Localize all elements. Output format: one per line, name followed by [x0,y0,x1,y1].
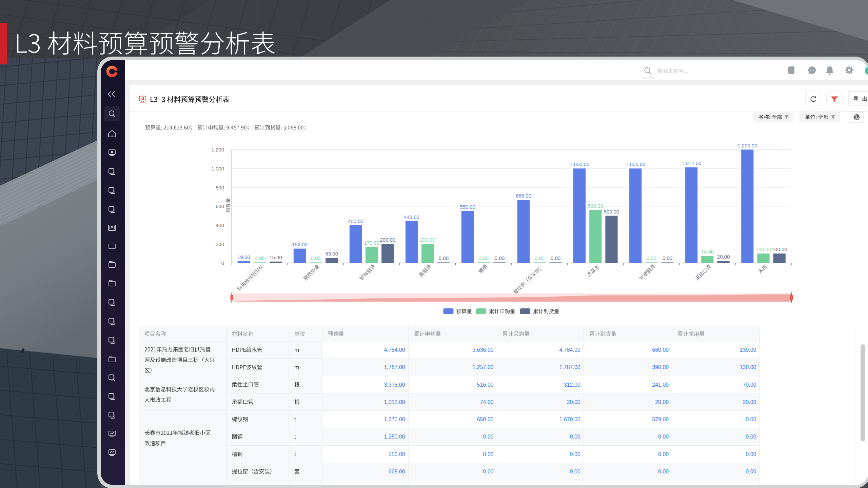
svg-text:15.00: 15.00 [269,255,282,260]
svg-text:1,000: 1,000 [211,166,224,171]
svg-text:130.00: 130.00 [740,364,756,370]
svg-text:1,200.00: 1,200.00 [737,143,757,148]
svg-text:1,012.00: 1,012.00 [682,160,701,166]
svg-text:1,670.00: 1,670.00 [559,416,580,422]
svg-text:668.00: 668.00 [389,469,405,474]
svg-text:312.00: 312.00 [564,382,580,388]
svg-text:4,784.00: 4,784.00 [384,347,405,353]
svg-text:390.00: 390.00 [652,364,669,370]
svg-text:1,000.00: 1,000.00 [626,161,645,167]
svg-text:0.00: 0.00 [483,451,494,457]
svg-text:1,787.00: 1,787.00 [559,364,580,370]
svg-text:0.00: 0.00 [570,434,580,440]
svg-text:0.00: 0.00 [439,255,449,261]
svg-text:20.00: 20.00 [717,254,730,260]
svg-text:152.00: 152.00 [292,242,308,247]
svg-text:0.00: 0.00 [495,255,505,261]
svg-text:1,200: 1,200 [211,147,224,152]
svg-text:550.00: 550.00 [389,451,405,457]
svg-text:3,378.00: 3,378.00 [384,382,405,388]
svg-text:100.00: 100.00 [756,246,771,252]
svg-text:20.00: 20.00 [655,399,669,405]
svg-text:4,784.00: 4,784.00 [559,347,580,353]
svg-text:0: 0 [221,260,224,266]
svg-text:20.00: 20.00 [743,399,756,405]
svg-text:0.00: 0.00 [746,416,756,422]
svg-text:100.00: 100.00 [772,246,787,252]
svg-text:443.00: 443.00 [404,214,419,220]
svg-text:650.00: 650.00 [477,416,494,422]
svg-text:1,250.00: 1,250.00 [384,434,405,440]
svg-text:0.00: 0.00 [746,451,756,457]
svg-text:600: 600 [216,203,224,209]
svg-text:0.00: 0.00 [483,434,494,440]
svg-text:70.00: 70.00 [743,382,756,388]
svg-text:0.00: 0.00 [663,255,672,261]
svg-text:0.00: 0.00 [658,434,669,440]
svg-text:19.60: 19.60 [237,254,250,260]
svg-text:200.00: 200.00 [380,237,395,243]
svg-text:130.00: 130.00 [740,347,756,353]
svg-text:500.00: 500.00 [604,209,619,215]
svg-text:0.00: 0.00 [746,434,756,440]
svg-text:1,257.00: 1,257.00 [472,364,493,370]
svg-text:3,636.00: 3,636.00 [472,347,493,353]
svg-text:74.00: 74.00 [480,399,494,405]
svg-text:0.00: 0.00 [479,255,489,261]
svg-text:1,000.00: 1,000.00 [570,161,589,167]
svg-text:200: 200 [216,241,224,247]
svg-text:1,012.00: 1,012.00 [384,399,405,405]
svg-text:0.00: 0.00 [551,255,560,261]
svg-text:74.00: 74.00 [701,249,714,255]
svg-text:1,787.00: 1,787.00 [384,364,405,370]
svg-text:0.00: 0.00 [746,469,756,474]
svg-text:200.00: 200.00 [420,237,435,243]
svg-text:0.00: 0.00 [535,255,545,261]
svg-text:800: 800 [216,185,224,190]
svg-text:680.00: 680.00 [652,347,669,353]
svg-text:516.00: 516.00 [477,382,494,388]
svg-text:550.00: 550.00 [460,204,475,210]
svg-text:560.00: 560.00 [588,203,603,209]
svg-text:20.00: 20.00 [567,399,580,405]
svg-text:170.00: 170.00 [364,240,379,246]
svg-text:0.00: 0.00 [311,255,320,261]
svg-text:400.00: 400.00 [348,218,363,224]
svg-text:241.00: 241.00 [652,382,669,388]
svg-text:4.90: 4.90 [255,255,264,261]
svg-text:0.00: 0.00 [658,451,669,457]
svg-text:0.00: 0.00 [658,469,669,474]
svg-text:1,670.00: 1,670.00 [384,416,405,422]
svg-text:668.00: 668.00 [516,193,531,199]
svg-text:0.00: 0.00 [483,469,494,474]
svg-text:0.00: 0.00 [647,255,656,261]
svg-text:53.00: 53.00 [326,251,338,257]
svg-text:579.00: 579.00 [652,416,669,422]
svg-text:0.00: 0.00 [570,469,580,474]
svg-text:400: 400 [216,222,224,228]
svg-text:0.00: 0.00 [570,451,580,457]
